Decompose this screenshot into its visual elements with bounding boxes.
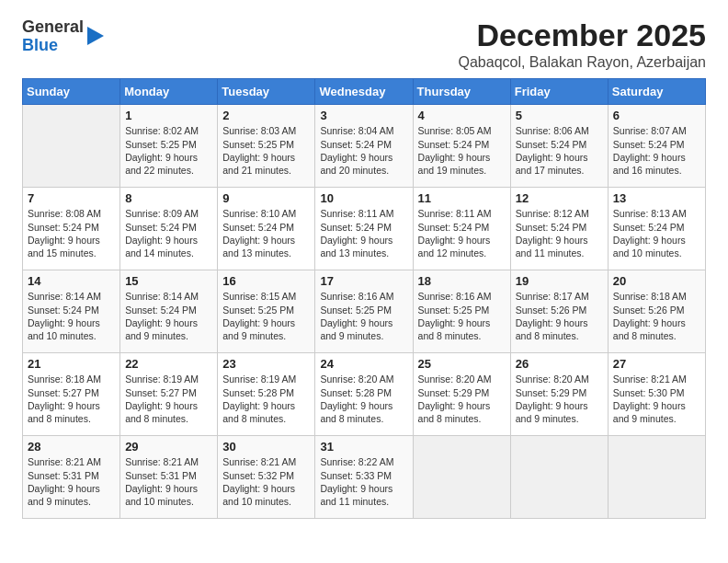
calendar-cell: 28Sunrise: 8:21 AMSunset: 5:31 PMDayligh… — [23, 436, 120, 519]
day-info: Sunrise: 8:16 AMSunset: 5:25 PMDaylight:… — [418, 290, 506, 342]
day-info: Sunrise: 8:21 AMSunset: 5:30 PMDaylight:… — [613, 373, 700, 425]
day-info: Sunrise: 8:09 AMSunset: 5:24 PMDaylight:… — [125, 207, 212, 259]
calendar-cell — [510, 436, 608, 519]
logo-blue: Blue — [22, 37, 84, 55]
calendar-cell: 12Sunrise: 8:12 AMSunset: 5:24 PMDayligh… — [510, 188, 608, 270]
calendar-cell: 22Sunrise: 8:19 AMSunset: 5:27 PMDayligh… — [120, 353, 218, 436]
calendar-cell: 24Sunrise: 8:20 AMSunset: 5:28 PMDayligh… — [315, 353, 413, 436]
calendar-cell — [413, 436, 510, 519]
day-number: 7 — [28, 191, 115, 205]
day-number: 8 — [125, 191, 212, 205]
calendar-cell: 7Sunrise: 8:08 AMSunset: 5:24 PMDaylight… — [23, 188, 120, 270]
day-number: 24 — [320, 357, 407, 371]
day-info: Sunrise: 8:20 AMSunset: 5:28 PMDaylight:… — [320, 373, 407, 425]
day-number: 3 — [320, 109, 407, 122]
calendar-body: 1Sunrise: 8:02 AMSunset: 5:25 PMDaylight… — [23, 105, 706, 519]
calendar-cell: 9Sunrise: 8:10 AMSunset: 5:24 PMDaylight… — [218, 188, 315, 270]
day-info: Sunrise: 8:21 AMSunset: 5:31 PMDaylight:… — [125, 455, 212, 508]
week-row-2: 14Sunrise: 8:14 AMSunset: 5:24 PMDayligh… — [23, 270, 706, 353]
day-info: Sunrise: 8:06 AMSunset: 5:24 PMDaylight:… — [516, 124, 603, 177]
day-number: 18 — [418, 274, 506, 288]
logo-general: General — [22, 18, 84, 37]
calendar-cell — [608, 436, 705, 519]
day-number: 2 — [222, 109, 310, 122]
day-number: 9 — [222, 191, 310, 205]
calendar-cell: 6Sunrise: 8:07 AMSunset: 5:24 PMDaylight… — [608, 105, 705, 188]
calendar-cell: 2Sunrise: 8:03 AMSunset: 5:25 PMDaylight… — [218, 105, 315, 188]
calendar-cell: 30Sunrise: 8:21 AMSunset: 5:32 PMDayligh… — [218, 436, 315, 519]
day-number: 29 — [125, 440, 212, 454]
calendar-table: SundayMondayTuesdayWednesdayThursdayFrid… — [22, 78, 706, 519]
day-number: 30 — [222, 440, 310, 454]
header-row: SundayMondayTuesdayWednesdayThursdayFrid… — [23, 79, 706, 105]
day-info: Sunrise: 8:15 AMSunset: 5:25 PMDaylight:… — [222, 290, 310, 342]
week-row-0: 1Sunrise: 8:02 AMSunset: 5:25 PMDaylight… — [23, 105, 706, 188]
day-number: 20 — [613, 274, 700, 288]
header-cell-thursday: Thursday — [413, 79, 510, 105]
day-number: 10 — [320, 191, 407, 205]
logo-arrow-icon — [87, 27, 104, 45]
header-cell-sunday: Sunday — [23, 79, 120, 105]
day-info: Sunrise: 8:05 AMSunset: 5:24 PMDaylight:… — [418, 124, 506, 177]
day-info: Sunrise: 8:14 AMSunset: 5:24 PMDaylight:… — [125, 290, 212, 342]
day-info: Sunrise: 8:10 AMSunset: 5:24 PMDaylight:… — [222, 207, 310, 259]
calendar-header: SundayMondayTuesdayWednesdayThursdayFrid… — [23, 79, 706, 105]
calendar-cell: 4Sunrise: 8:05 AMSunset: 5:24 PMDaylight… — [413, 105, 510, 188]
location-title: Qabaqcol, Balakan Rayon, Azerbaijan — [458, 54, 706, 71]
calendar-cell: 15Sunrise: 8:14 AMSunset: 5:24 PMDayligh… — [120, 270, 218, 353]
day-info: Sunrise: 8:21 AMSunset: 5:31 PMDaylight:… — [28, 455, 115, 508]
calendar-cell: 31Sunrise: 8:22 AMSunset: 5:33 PMDayligh… — [315, 436, 413, 519]
calendar-cell: 1Sunrise: 8:02 AMSunset: 5:25 PMDaylight… — [120, 105, 218, 188]
calendar-cell: 25Sunrise: 8:20 AMSunset: 5:29 PMDayligh… — [413, 353, 510, 436]
calendar-cell: 10Sunrise: 8:11 AMSunset: 5:24 PMDayligh… — [315, 188, 413, 270]
day-number: 13 — [613, 191, 700, 205]
header-cell-tuesday: Tuesday — [218, 79, 315, 105]
day-number: 5 — [516, 109, 603, 122]
day-info: Sunrise: 8:07 AMSunset: 5:24 PMDaylight:… — [613, 124, 700, 177]
day-info: Sunrise: 8:18 AMSunset: 5:27 PMDaylight:… — [28, 373, 115, 425]
day-number: 16 — [222, 274, 310, 288]
calendar-cell: 5Sunrise: 8:06 AMSunset: 5:24 PMDaylight… — [510, 105, 608, 188]
day-number: 12 — [516, 191, 603, 205]
day-number: 11 — [418, 191, 506, 205]
calendar-cell — [23, 105, 120, 188]
calendar-cell: 19Sunrise: 8:17 AMSunset: 5:26 PMDayligh… — [510, 270, 608, 353]
day-info: Sunrise: 8:21 AMSunset: 5:32 PMDaylight:… — [222, 455, 310, 508]
day-number: 27 — [613, 357, 700, 371]
day-number: 19 — [516, 274, 603, 288]
day-info: Sunrise: 8:19 AMSunset: 5:27 PMDaylight:… — [125, 373, 212, 425]
day-number: 28 — [28, 440, 115, 454]
day-info: Sunrise: 8:18 AMSunset: 5:26 PMDaylight:… — [613, 290, 700, 342]
day-info: Sunrise: 8:19 AMSunset: 5:28 PMDaylight:… — [222, 373, 310, 425]
calendar-cell: 11Sunrise: 8:11 AMSunset: 5:24 PMDayligh… — [413, 188, 510, 270]
day-info: Sunrise: 8:22 AMSunset: 5:33 PMDaylight:… — [320, 455, 407, 508]
week-row-4: 28Sunrise: 8:21 AMSunset: 5:31 PMDayligh… — [23, 436, 706, 519]
calendar-cell: 16Sunrise: 8:15 AMSunset: 5:25 PMDayligh… — [218, 270, 315, 353]
week-row-3: 21Sunrise: 8:18 AMSunset: 5:27 PMDayligh… — [23, 353, 706, 436]
day-number: 26 — [516, 357, 603, 371]
header-cell-wednesday: Wednesday — [315, 79, 413, 105]
header-cell-monday: Monday — [120, 79, 218, 105]
day-info: Sunrise: 8:12 AMSunset: 5:24 PMDaylight:… — [516, 207, 603, 259]
day-info: Sunrise: 8:20 AMSunset: 5:29 PMDaylight:… — [418, 373, 506, 425]
header-cell-friday: Friday — [510, 79, 608, 105]
calendar-cell: 23Sunrise: 8:19 AMSunset: 5:28 PMDayligh… — [218, 353, 315, 436]
day-number: 25 — [418, 357, 506, 371]
day-info: Sunrise: 8:04 AMSunset: 5:24 PMDaylight:… — [320, 124, 407, 177]
day-number: 31 — [320, 440, 407, 454]
calendar-cell: 8Sunrise: 8:09 AMSunset: 5:24 PMDaylight… — [120, 188, 218, 270]
day-number: 1 — [125, 109, 212, 122]
day-info: Sunrise: 8:08 AMSunset: 5:24 PMDaylight:… — [28, 207, 115, 259]
day-number: 21 — [28, 357, 115, 371]
day-number: 15 — [125, 274, 212, 288]
day-info: Sunrise: 8:03 AMSunset: 5:25 PMDaylight:… — [222, 124, 310, 177]
day-number: 14 — [28, 274, 115, 288]
day-number: 6 — [613, 109, 700, 122]
title-area: December 2025 Qabaqcol, Balakan Rayon, A… — [458, 18, 706, 71]
day-number: 4 — [418, 109, 506, 122]
month-title: December 2025 — [458, 18, 706, 52]
day-info: Sunrise: 8:20 AMSunset: 5:29 PMDaylight:… — [516, 373, 603, 425]
logo-text: General Blue — [22, 18, 84, 55]
day-info: Sunrise: 8:17 AMSunset: 5:26 PMDaylight:… — [516, 290, 603, 342]
week-row-1: 7Sunrise: 8:08 AMSunset: 5:24 PMDaylight… — [23, 188, 706, 270]
